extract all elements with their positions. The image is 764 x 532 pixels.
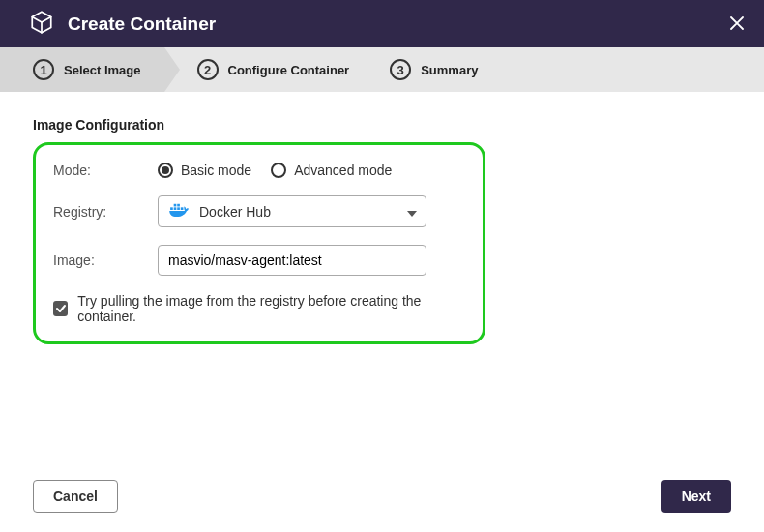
svg-rect-2 xyxy=(177,207,180,210)
registry-label: Registry: xyxy=(53,204,158,220)
registry-value: Docker Hub xyxy=(199,204,271,220)
step-label: Select Image xyxy=(64,63,141,77)
radio-icon xyxy=(271,163,286,178)
svg-rect-4 xyxy=(177,204,180,207)
svg-rect-0 xyxy=(170,207,173,210)
pull-row: Try pulling the image from the registry … xyxy=(53,293,465,324)
svg-rect-3 xyxy=(174,204,177,207)
dialog-header: Create Container xyxy=(0,0,764,47)
step-label: Configure Container xyxy=(228,63,350,77)
close-icon xyxy=(729,15,745,31)
pull-checkbox[interactable] xyxy=(53,301,68,316)
image-row: Image: xyxy=(53,245,465,276)
svg-rect-1 xyxy=(174,207,177,210)
mode-label: Mode: xyxy=(53,163,158,178)
dialog-footer: Cancel Next xyxy=(0,466,764,532)
radio-icon xyxy=(158,163,173,178)
pull-label: Try pulling the image from the registry … xyxy=(77,293,465,324)
mode-radio-group: Basic mode Advanced mode xyxy=(158,163,392,178)
image-label: Image: xyxy=(53,252,158,268)
registry-select[interactable]: Docker Hub xyxy=(158,195,426,227)
section-title: Image Configuration xyxy=(33,117,731,133)
svg-rect-5 xyxy=(181,207,184,210)
image-input[interactable] xyxy=(158,245,426,276)
next-button[interactable]: Next xyxy=(661,480,731,513)
step-number: 3 xyxy=(390,59,411,80)
container-icon xyxy=(29,10,54,38)
step-select-image[interactable]: 1 Select Image xyxy=(0,47,164,92)
cancel-button[interactable]: Cancel xyxy=(33,480,118,513)
step-summary[interactable]: 3 Summary xyxy=(372,47,501,92)
mode-advanced-radio[interactable]: Advanced mode xyxy=(271,163,392,178)
close-button[interactable] xyxy=(725,11,749,38)
step-number: 2 xyxy=(197,59,219,80)
dialog-title: Create Container xyxy=(68,14,712,35)
mode-row: Mode: Basic mode Advanced mode xyxy=(53,163,465,178)
radio-label: Advanced mode xyxy=(294,163,392,178)
docker-icon xyxy=(168,202,190,221)
wizard-steps: 1 Select Image 2 Configure Container 3 S… xyxy=(0,47,764,92)
step-label: Summary xyxy=(421,63,478,77)
step-configure-container[interactable]: 2 Configure Container xyxy=(164,47,373,92)
registry-row: Registry: Docker Hub xyxy=(53,195,465,227)
mode-basic-radio[interactable]: Basic mode xyxy=(158,163,251,178)
step-number: 1 xyxy=(33,59,54,80)
content-area: Image Configuration Mode: Basic mode Adv… xyxy=(0,92,764,466)
image-config-box: Mode: Basic mode Advanced mode Registry: xyxy=(33,142,485,344)
radio-label: Basic mode xyxy=(181,163,251,178)
check-icon xyxy=(55,303,67,314)
